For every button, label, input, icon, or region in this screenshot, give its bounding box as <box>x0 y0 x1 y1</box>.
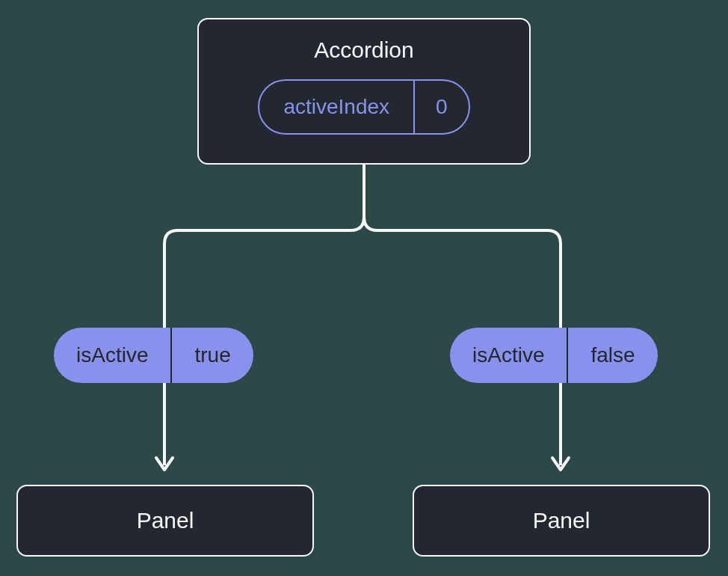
prop-value: true <box>170 328 253 383</box>
accordion-component-box: Accordion activeIndex 0 <box>197 18 531 165</box>
prop-pill-left: isActive true <box>54 328 253 383</box>
state-name: activeIndex <box>259 81 413 133</box>
prop-pill-right: isActive false <box>450 328 658 383</box>
state-value: 0 <box>413 81 469 133</box>
prop-name: isActive <box>450 328 567 383</box>
panel-box-left: Panel <box>16 485 314 557</box>
panel-label: Panel <box>533 508 590 533</box>
accordion-title: Accordion <box>314 37 413 63</box>
panel-label: Panel <box>137 508 194 533</box>
prop-name: isActive <box>54 328 170 383</box>
panel-box-right: Panel <box>413 485 710 557</box>
state-pill: activeIndex 0 <box>258 79 469 135</box>
prop-value: false <box>567 328 657 383</box>
